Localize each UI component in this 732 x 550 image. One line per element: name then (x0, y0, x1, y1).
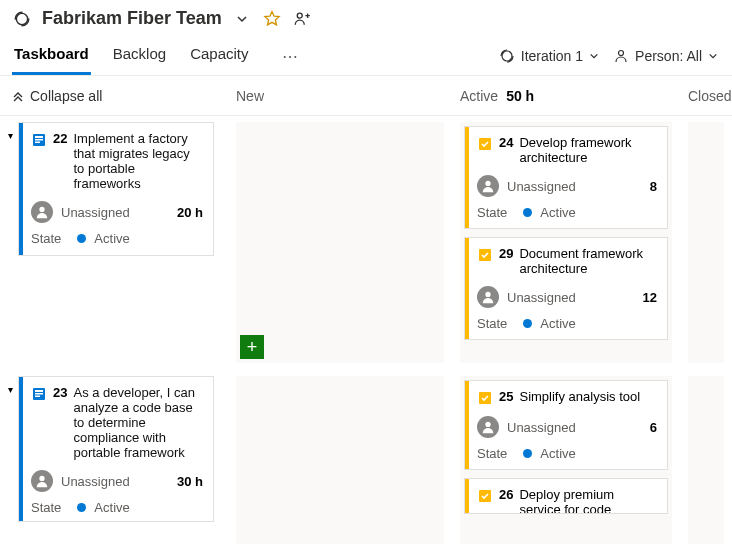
svg-rect-15 (35, 393, 43, 395)
svg-point-8 (39, 207, 44, 212)
effort: 6 (650, 420, 657, 435)
collapse-all-label: Collapse all (30, 88, 102, 104)
svg-rect-5 (35, 136, 43, 138)
person-filter[interactable]: Person: All (613, 48, 718, 64)
work-item-title: Deploy premium service for code analysis (519, 487, 657, 514)
avatar-icon (477, 286, 499, 308)
svg-point-10 (485, 181, 490, 186)
assignee: Unassigned (61, 205, 130, 220)
task-icon (477, 390, 493, 406)
effort: 12 (643, 290, 657, 305)
svg-rect-16 (35, 396, 40, 398)
drop-zone-new[interactable] (236, 376, 444, 544)
svg-rect-14 (35, 390, 43, 392)
task-card[interactable]: 24 Develop framework architecture Unassi… (464, 126, 668, 229)
drop-zone-closed[interactable] (688, 122, 724, 363)
task-card[interactable]: 29 Document framework architecture Unass… (464, 237, 668, 340)
collapse-row-icon[interactable]: ▾ (8, 122, 18, 363)
star-icon[interactable] (262, 9, 282, 29)
work-item-id: 23 (53, 385, 67, 400)
story-card[interactable]: 22 Implement a factory that migrates leg… (18, 122, 214, 256)
drop-zone-new[interactable]: + (236, 122, 444, 363)
avatar-icon (31, 201, 53, 223)
svg-point-1 (297, 13, 302, 18)
work-item-title: As a developer, I can analyze a code bas… (73, 385, 203, 460)
work-item-title: Document framework architecture (519, 246, 657, 276)
effort: 8 (650, 179, 657, 194)
state-value: Active (77, 231, 129, 246)
collapse-row-icon[interactable]: ▾ (8, 376, 18, 543)
svg-point-3 (619, 51, 624, 56)
tab-backlog[interactable]: Backlog (111, 37, 168, 75)
tabs-bar: Taskboard Backlog Capacity ⋯ Iteration 1… (0, 37, 732, 76)
team-header: Fabrikam Fiber Team (0, 0, 732, 37)
assignee: Unassigned (507, 420, 576, 435)
drop-zone-closed[interactable] (688, 376, 724, 544)
effort: 30 h (177, 474, 203, 489)
work-item-title: Simplify analysis tool (519, 389, 640, 404)
swimlane: ▾ 22 Implement a factory that migrates l… (0, 116, 732, 370)
svg-rect-6 (35, 139, 43, 141)
avatar-icon (477, 416, 499, 438)
chevron-down-icon[interactable] (232, 9, 252, 29)
drop-zone-active[interactable]: 25 Simplify analysis tool Unassigned 6 S… (460, 376, 672, 544)
sprint-icon (12, 9, 32, 29)
work-item-title: Implement a factory that migrates legacy… (73, 131, 203, 191)
work-item-id: 29 (499, 246, 513, 261)
column-active-hours: 50 h (506, 88, 534, 104)
work-item-id: 24 (499, 135, 513, 150)
work-item-id: 25 (499, 389, 513, 404)
task-icon (477, 247, 493, 263)
svg-point-0 (16, 13, 27, 24)
column-header-active: Active 50 h (452, 88, 680, 104)
svg-point-12 (485, 292, 490, 297)
tab-taskboard[interactable]: Taskboard (12, 37, 91, 75)
user-story-icon (31, 132, 47, 148)
svg-rect-7 (35, 142, 40, 144)
svg-point-2 (502, 51, 512, 61)
task-icon (477, 488, 493, 504)
task-card[interactable]: 25 Simplify analysis tool Unassigned 6 S… (464, 380, 668, 470)
user-story-icon (31, 386, 47, 402)
assignee: Unassigned (507, 290, 576, 305)
story-card[interactable]: 23 As a developer, I can analyze a code … (18, 376, 214, 522)
tab-capacity[interactable]: Capacity (188, 37, 250, 75)
taskboard: ▾ 22 Implement a factory that migrates l… (0, 116, 732, 544)
assignee: Unassigned (61, 474, 130, 489)
board-toolbar: Collapse all New Active 50 h Closed (0, 76, 732, 116)
collapse-all-button[interactable]: Collapse all (0, 88, 228, 104)
avatar-icon (31, 470, 53, 492)
swimlane: ▾ 23 As a developer, I can analyze a cod… (0, 370, 732, 544)
task-card[interactable]: 26 Deploy premium service for code analy… (464, 478, 668, 514)
task-icon (477, 136, 493, 152)
work-item-id: 22 (53, 131, 67, 146)
iteration-picker[interactable]: Iteration 1 (499, 48, 599, 64)
work-item-title: Develop framework architecture (519, 135, 657, 165)
add-task-button[interactable]: + (240, 335, 264, 359)
assignee: Unassigned (507, 179, 576, 194)
more-tabs-icon[interactable]: ⋯ (270, 47, 298, 66)
avatar-icon (477, 175, 499, 197)
team-name[interactable]: Fabrikam Fiber Team (42, 8, 222, 29)
team-members-icon[interactable] (292, 9, 312, 29)
column-header-new: New (228, 88, 452, 104)
svg-point-19 (485, 422, 490, 427)
svg-point-17 (39, 476, 44, 481)
drop-zone-active[interactable]: 24 Develop framework architecture Unassi… (460, 122, 672, 363)
effort: 20 h (177, 205, 203, 220)
iteration-label: Iteration 1 (521, 48, 583, 64)
work-item-id: 26 (499, 487, 513, 502)
person-label: Person: All (635, 48, 702, 64)
state-field-label: State (31, 231, 61, 246)
column-header-closed: Closed (680, 88, 732, 104)
